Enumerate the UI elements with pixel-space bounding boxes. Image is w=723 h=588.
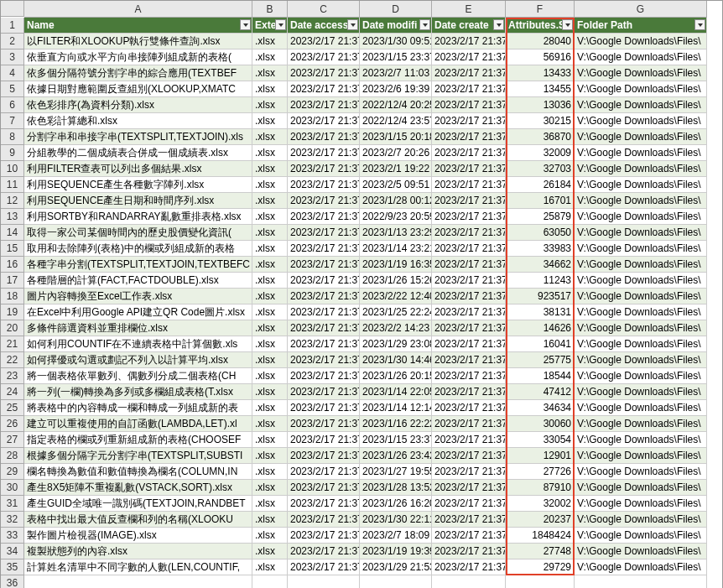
row-header-21[interactable]: 21 bbox=[1, 336, 24, 352]
cell-D-15[interactable]: 2023/1/14 23:21 bbox=[360, 241, 432, 257]
cell-C-9[interactable]: 2023/2/17 21:37 bbox=[288, 145, 360, 161]
cell-C-24[interactable]: 2023/2/17 21:37 bbox=[288, 384, 360, 400]
select-all-corner[interactable] bbox=[1, 1, 24, 17]
cell-E-7[interactable]: 2023/2/17 21:37 bbox=[432, 113, 506, 129]
cell-E-19[interactable]: 2023/2/17 21:37 bbox=[432, 304, 506, 320]
filter-dropdown-icon[interactable] bbox=[419, 19, 430, 30]
filter-dropdown-icon[interactable] bbox=[562, 19, 573, 30]
row-header-20[interactable]: 20 bbox=[1, 320, 24, 336]
row-header-7[interactable]: 7 bbox=[1, 113, 24, 129]
cell-A-7[interactable]: 依色彩計算總和.xlsx bbox=[24, 113, 252, 129]
row-header-14[interactable]: 14 bbox=[1, 225, 24, 241]
cell-E-4[interactable]: 2023/2/17 21:37 bbox=[432, 65, 506, 81]
cell-A-24[interactable]: 將一列(一欄)轉換為多列或多欄組成表格(T.xlsx bbox=[24, 384, 252, 400]
cell-E-31[interactable]: 2023/2/17 21:37 bbox=[432, 496, 506, 512]
cell-E-8[interactable]: 2023/2/17 21:37 bbox=[432, 129, 506, 145]
cell-D-22[interactable]: 2023/1/30 14:46 bbox=[360, 352, 432, 368]
cell-G-27[interactable]: V:\Google Downloads\Files\ bbox=[575, 432, 707, 448]
cell-D-21[interactable]: 2023/1/29 23:08 bbox=[360, 336, 432, 352]
cell-F-33[interactable]: 1848424 bbox=[506, 528, 575, 544]
cell-E-16[interactable]: 2023/2/17 21:37 bbox=[432, 257, 506, 273]
cell-D-27[interactable]: 2023/1/15 23:37 bbox=[360, 432, 432, 448]
cell-C-12[interactable]: 2023/2/17 21:37 bbox=[288, 193, 360, 209]
filter-dropdown-icon[interactable] bbox=[493, 19, 504, 30]
cell-A-33[interactable]: 製作圖片檢視器(IMAGE).xlsx bbox=[24, 528, 252, 544]
cell-E-34[interactable]: 2023/2/17 21:37 bbox=[432, 544, 506, 559]
cell-E-6[interactable]: 2023/2/17 21:37 bbox=[432, 97, 506, 113]
cell-D-32[interactable]: 2023/1/30 22:11 bbox=[360, 512, 432, 528]
cell-B-8[interactable]: .xlsx bbox=[252, 129, 288, 145]
cell-D-7[interactable]: 2022/12/4 23:57 bbox=[360, 113, 432, 129]
cell-G-9[interactable]: V:\Google Downloads\Files\ bbox=[575, 145, 707, 161]
cell-F-30[interactable]: 87910 bbox=[506, 480, 575, 496]
cell-E-13[interactable]: 2023/2/17 21:37 bbox=[432, 209, 506, 225]
cell-C-3[interactable]: 2023/2/17 21:37 bbox=[288, 49, 360, 65]
cell-F-18[interactable]: 923517 bbox=[506, 289, 575, 304]
cell-D-12[interactable]: 2023/1/28 00:12 bbox=[360, 193, 432, 209]
cell-A-34[interactable]: 複製狀態列的內容.xlsx bbox=[24, 544, 252, 559]
cell-D-14[interactable]: 2023/1/13 23:29 bbox=[360, 225, 432, 241]
row-header-13[interactable]: 13 bbox=[1, 209, 24, 225]
cell-G-8[interactable]: V:\Google Downloads\Files\ bbox=[575, 129, 707, 145]
cell-F-6[interactable]: 13036 bbox=[506, 97, 575, 113]
cell-F-21[interactable]: 16041 bbox=[506, 336, 575, 352]
cell-G-5[interactable]: V:\Google Downloads\Files\ bbox=[575, 81, 707, 97]
cell-A-18[interactable]: 圖片內容轉換至Excel工作表.xlsx bbox=[24, 289, 252, 304]
table-header-a[interactable]: Name bbox=[24, 18, 252, 34]
cell-F-29[interactable]: 27726 bbox=[506, 464, 575, 480]
cell-F-36[interactable] bbox=[506, 575, 575, 588]
cell-D-2[interactable]: 2023/1/30 09:51 bbox=[360, 34, 432, 49]
cell-G-4[interactable]: V:\Google Downloads\Files\ bbox=[575, 65, 707, 81]
cell-E-3[interactable]: 2023/2/17 21:37 bbox=[432, 49, 506, 65]
cell-F-35[interactable]: 29729 bbox=[506, 559, 575, 575]
cell-B-15[interactable]: .xlsx bbox=[252, 241, 288, 257]
row-header-15[interactable]: 15 bbox=[1, 241, 24, 257]
cell-E-36[interactable] bbox=[432, 575, 506, 588]
cell-A-19[interactable]: 在Excel中利用Google API建立QR Code圖片.xlsx bbox=[24, 304, 252, 320]
row-header-1[interactable]: 1 bbox=[1, 18, 24, 34]
cell-D-10[interactable]: 2023/2/1 19:22 bbox=[360, 161, 432, 177]
cell-B-3[interactable]: .xlsx bbox=[252, 49, 288, 65]
cell-A-31[interactable]: 產生GUID全域唯一識別碼(TEXTJOIN,RANDBET bbox=[24, 496, 252, 512]
cell-A-2[interactable]: 以FILTER和XLOOKUP執行雙條件查詢.xlsx bbox=[24, 34, 252, 49]
cell-C-14[interactable]: 2023/2/17 21:37 bbox=[288, 225, 360, 241]
cell-A-29[interactable]: 欄名轉換為數值和數值轉換為欄名(COLUMN,IN bbox=[24, 464, 252, 480]
row-header-29[interactable]: 29 bbox=[1, 464, 24, 480]
row-header-28[interactable]: 28 bbox=[1, 448, 24, 464]
cell-F-3[interactable]: 56916 bbox=[506, 49, 575, 65]
cell-G-19[interactable]: V:\Google Downloads\Files\ bbox=[575, 304, 707, 320]
cell-G-21[interactable]: V:\Google Downloads\Files\ bbox=[575, 336, 707, 352]
spreadsheet-grid[interactable]: ABCDEFG1NameExteDate accesseDate modifiD… bbox=[0, 0, 723, 588]
cell-C-23[interactable]: 2023/2/17 21:37 bbox=[288, 368, 360, 384]
cell-B-6[interactable]: .xlsx bbox=[252, 97, 288, 113]
col-header-E[interactable]: E bbox=[432, 1, 506, 18]
cell-D-18[interactable]: 2023/2/22 12:40 bbox=[360, 289, 432, 304]
row-header-36[interactable]: 36 bbox=[1, 575, 24, 588]
cell-B-31[interactable]: .xlsx bbox=[252, 496, 288, 512]
cell-B-30[interactable]: .xlsx bbox=[252, 480, 288, 496]
cell-E-10[interactable]: 2023/2/17 21:37 bbox=[432, 161, 506, 177]
col-header-G[interactable]: G bbox=[575, 1, 707, 18]
cell-E-9[interactable]: 2023/2/17 21:37 bbox=[432, 145, 506, 161]
cell-D-20[interactable]: 2023/2/2 14:23 bbox=[360, 320, 432, 336]
cell-D-19[interactable]: 2023/1/25 22:24 bbox=[360, 304, 432, 320]
cell-E-33[interactable]: 2023/2/17 21:37 bbox=[432, 528, 506, 544]
row-header-25[interactable]: 25 bbox=[1, 400, 24, 416]
cell-F-2[interactable]: 28040 bbox=[506, 34, 575, 49]
row-header-27[interactable]: 27 bbox=[1, 432, 24, 448]
cell-D-11[interactable]: 2023/2/5 09:51 bbox=[360, 177, 432, 193]
cell-C-20[interactable]: 2023/2/17 21:37 bbox=[288, 320, 360, 336]
cell-B-32[interactable]: .xlsx bbox=[252, 512, 288, 528]
cell-A-22[interactable]: 如何擇優或勾選或劃記不列入以計算平均.xlsx bbox=[24, 352, 252, 368]
cell-A-25[interactable]: 將表格中的內容轉成一欄和轉成一列組成新的表 bbox=[24, 400, 252, 416]
cell-D-33[interactable]: 2023/2/7 18:09 bbox=[360, 528, 432, 544]
table-header-e[interactable]: Date create bbox=[432, 18, 506, 34]
cell-F-26[interactable]: 30060 bbox=[506, 416, 575, 432]
cell-A-10[interactable]: 利用FILTER查表可以列出多個結果.xlsx bbox=[24, 161, 252, 177]
cell-E-18[interactable]: 2023/2/17 21:37 bbox=[432, 289, 506, 304]
cell-B-28[interactable]: .xlsx bbox=[252, 448, 288, 464]
cell-G-2[interactable]: V:\Google Downloads\Files\ bbox=[575, 34, 707, 49]
cell-C-11[interactable]: 2023/2/17 21:37 bbox=[288, 177, 360, 193]
cell-C-13[interactable]: 2023/2/17 21:37 bbox=[288, 209, 360, 225]
cell-F-19[interactable]: 38131 bbox=[506, 304, 575, 320]
